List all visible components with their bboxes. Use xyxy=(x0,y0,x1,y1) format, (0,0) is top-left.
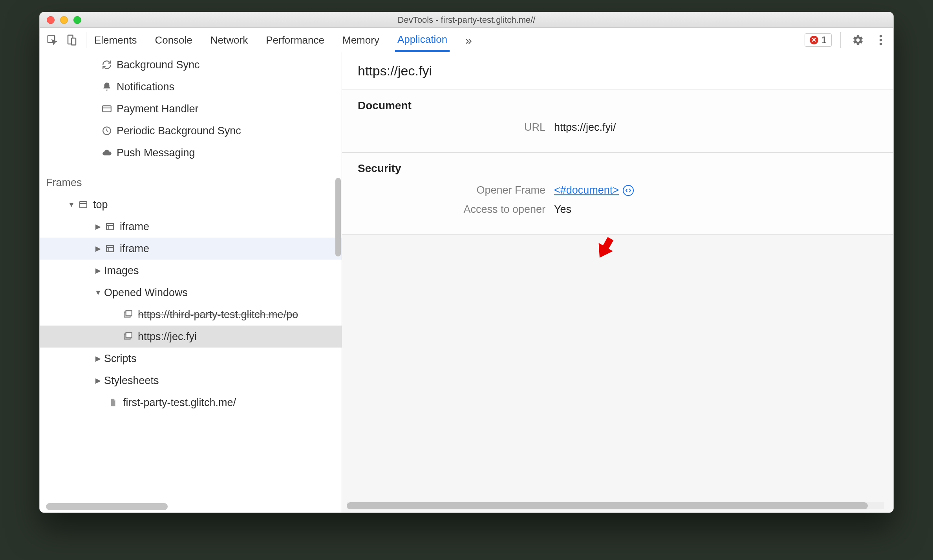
svg-point-4 xyxy=(880,38,882,41)
svg-rect-2 xyxy=(71,38,76,45)
chevron-right-icon[interactable]: ▶ xyxy=(95,266,102,275)
tabs-overflow[interactable]: » xyxy=(463,28,474,52)
tree-item-document[interactable]: first-party-test.glitch.me/ xyxy=(40,392,342,414)
sidebar-item-background-sync[interactable]: Background Sync xyxy=(40,54,342,76)
separator xyxy=(86,32,86,48)
cloud-icon xyxy=(101,147,113,159)
main-panel: https://jec.fyi Document URL https://jec… xyxy=(342,52,893,512)
label: Opened Windows xyxy=(104,287,188,299)
svg-point-3 xyxy=(880,35,882,37)
label: Periodic Background Sync xyxy=(117,125,241,137)
label: Images xyxy=(104,265,139,277)
tab-network[interactable]: Network xyxy=(208,29,250,51)
label: Stylesheets xyxy=(104,375,159,387)
opener-frame-link[interactable]: <#document> xyxy=(554,184,619,196)
label: first-party-test.glitch.me/ xyxy=(123,397,236,409)
content-area: Background Sync Notifications Payment Ha… xyxy=(40,52,893,512)
security-section: Security Opener Frame <#document> Access… xyxy=(342,152,893,234)
svg-rect-9 xyxy=(80,201,87,208)
row-opener-frame: Opener Frame <#document> xyxy=(358,184,878,196)
frame-title: https://jec.fyi xyxy=(342,52,893,90)
window-title: DevTools - first-party-test.glitch.me// xyxy=(40,15,893,25)
tree-item-opened-windows[interactable]: ▼ Opened Windows xyxy=(40,282,342,304)
label: https://jec.fyi xyxy=(138,331,197,343)
windows-icon xyxy=(122,309,134,320)
window-icon xyxy=(77,199,89,210)
sidebar-horizontal-scrollbar[interactable] xyxy=(46,503,168,510)
label: Notifications xyxy=(117,81,174,93)
svg-rect-6 xyxy=(102,106,111,112)
chevron-right-icon[interactable]: ▶ xyxy=(95,222,102,231)
sidebar-vertical-scrollbar[interactable] xyxy=(335,56,341,489)
tree-item-iframe[interactable]: ▶ iframe xyxy=(40,216,342,238)
device-toolbar-icon[interactable] xyxy=(63,31,80,49)
sidebar-section-frames: Frames xyxy=(40,172,342,194)
section-heading: Security xyxy=(358,162,878,175)
tree-item-window-selected[interactable]: https://jec.fyi xyxy=(40,326,342,348)
chevron-down-icon[interactable]: ▼ xyxy=(68,201,75,209)
section-heading: Document xyxy=(358,99,878,112)
bell-icon xyxy=(101,81,113,93)
label-access: Access to opener xyxy=(358,203,554,216)
label: Payment Handler xyxy=(117,103,199,115)
tab-memory[interactable]: Memory xyxy=(340,29,382,51)
clock-icon xyxy=(101,125,113,137)
tree-item-iframe[interactable]: ▶ iframe xyxy=(40,238,342,260)
main-horizontal-scrollbar[interactable] xyxy=(347,502,884,509)
chevron-down-icon[interactable]: ▼ xyxy=(95,289,102,297)
settings-icon[interactable] xyxy=(849,31,867,49)
label: Push Messaging xyxy=(117,147,195,159)
chevron-right-icon[interactable]: ▶ xyxy=(95,244,102,253)
sidebar-item-push-messaging[interactable]: Push Messaging xyxy=(40,142,342,164)
label: iframe xyxy=(120,243,149,255)
svg-rect-11 xyxy=(106,223,113,230)
annotation-arrow-icon xyxy=(591,234,619,262)
windows-icon xyxy=(122,331,134,342)
frame-icon xyxy=(104,221,116,232)
sidebar-item-notifications[interactable]: Notifications xyxy=(40,76,342,98)
inspect-element-icon[interactable] xyxy=(44,31,61,49)
svg-rect-14 xyxy=(106,245,113,252)
document-section: Document URL https://jec.fyi/ xyxy=(342,90,893,152)
devtools-toolbar: Elements Console Network Performance Mem… xyxy=(40,28,893,52)
sidebar-item-payment-handler[interactable]: Payment Handler xyxy=(40,98,342,120)
tree-item-scripts[interactable]: ▶ Scripts xyxy=(40,348,342,370)
label-url: URL xyxy=(358,121,554,134)
label: Scripts xyxy=(104,353,137,365)
tab-performance[interactable]: Performance xyxy=(263,29,327,51)
frame-icon xyxy=(104,243,116,254)
chevron-right-icon[interactable]: ▶ xyxy=(95,354,102,363)
tab-application[interactable]: Application xyxy=(395,28,450,52)
tree-item-top[interactable]: ▼ top xyxy=(40,194,342,216)
tree-item-window-closed[interactable]: https://third-party-test.glitch.me/po xyxy=(40,304,342,326)
svg-rect-20 xyxy=(126,333,132,338)
value-url: https://jec.fyi/ xyxy=(554,121,616,134)
more-menu-icon[interactable] xyxy=(872,31,889,49)
label-opener: Opener Frame xyxy=(358,184,554,196)
error-count-badge[interactable]: ✕ 1 xyxy=(805,33,832,47)
tab-console[interactable]: Console xyxy=(152,29,194,51)
svg-point-5 xyxy=(880,42,882,45)
error-count: 1 xyxy=(821,35,827,46)
label: https://third-party-test.glitch.me/po xyxy=(138,309,298,321)
tab-elements[interactable]: Elements xyxy=(92,29,139,51)
label: iframe xyxy=(120,221,149,233)
row-url: URL https://jec.fyi/ xyxy=(358,121,878,134)
value-access: Yes xyxy=(554,203,571,216)
panel-tabs: Elements Console Network Performance Mem… xyxy=(92,28,474,52)
titlebar: DevTools - first-party-test.glitch.me// xyxy=(40,12,893,28)
svg-rect-18 xyxy=(126,311,132,316)
devtools-window: DevTools - first-party-test.glitch.me// … xyxy=(39,12,894,513)
row-access-to-opener: Access to opener Yes xyxy=(358,203,878,216)
label: Background Sync xyxy=(117,59,200,71)
tree-item-images[interactable]: ▶ Images xyxy=(40,260,342,282)
card-icon xyxy=(101,103,113,115)
reveal-in-sources-icon[interactable] xyxy=(623,185,634,196)
error-icon: ✕ xyxy=(810,36,818,44)
label: top xyxy=(93,199,108,211)
sidebar-item-periodic-sync[interactable]: Periodic Background Sync xyxy=(40,120,342,142)
tree-item-stylesheets[interactable]: ▶ Stylesheets xyxy=(40,370,342,392)
file-icon xyxy=(107,397,119,408)
chevron-right-icon[interactable]: ▶ xyxy=(95,376,102,385)
separator xyxy=(840,32,841,48)
